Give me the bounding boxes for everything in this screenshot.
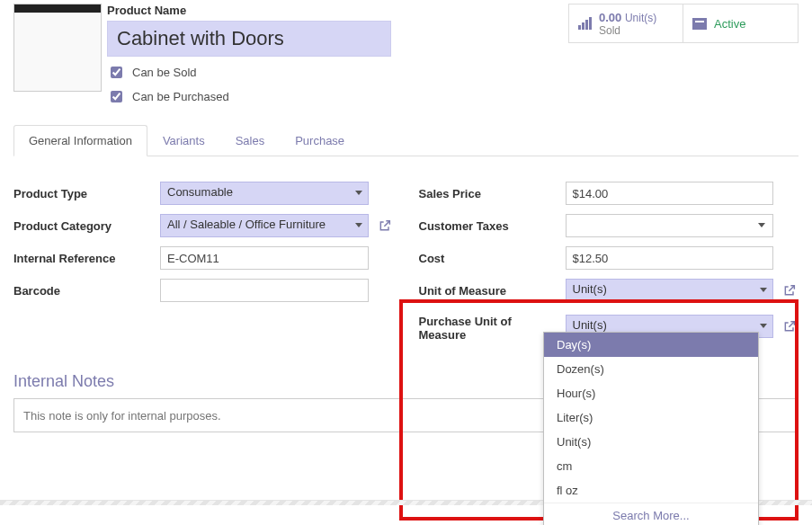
chevron-down-icon <box>758 223 765 227</box>
cost-label: Cost <box>419 252 558 265</box>
sold-value: 0.00 <box>599 11 621 24</box>
cost-input[interactable] <box>566 246 774 270</box>
chevron-down-icon <box>760 324 767 328</box>
tab-sales[interactable]: Sales <box>220 125 281 156</box>
product-name-label: Product Name <box>107 4 563 17</box>
chevron-down-icon <box>355 191 362 195</box>
puom-dropdown-menu: Day(s) Dozen(s) Hour(s) Liter(s) Unit(s)… <box>543 332 759 525</box>
external-link-icon[interactable] <box>781 317 799 335</box>
sold-unit: Unit(s) <box>625 12 656 24</box>
product-type-label: Product Type <box>13 187 153 200</box>
dropdown-search-more[interactable]: Search More... <box>544 503 758 525</box>
sales-price-label: Sales Price <box>419 187 558 200</box>
tab-bar: General Information Variants Sales Purch… <box>13 125 799 156</box>
dropdown-option[interactable]: fl oz <box>544 478 758 503</box>
sales-price-input[interactable] <box>566 182 774 205</box>
uom-select[interactable]: Unit(s) <box>566 279 774 302</box>
dropdown-option[interactable]: Hour(s) <box>544 381 758 405</box>
barcode-label: Barcode <box>13 284 153 298</box>
dropdown-option[interactable]: Unit(s) <box>544 430 758 454</box>
bar-chart-icon <box>578 17 592 30</box>
can-be-sold-checkbox[interactable] <box>111 67 122 78</box>
sold-stat-button[interactable]: 0.00 Unit(s) Sold <box>568 4 683 43</box>
chevron-down-icon <box>760 288 767 292</box>
can-be-purchased-checkbox[interactable] <box>111 91 122 102</box>
product-category-select[interactable]: All / Saleable / Office Furniture <box>160 214 369 237</box>
active-label: Active <box>714 17 745 31</box>
internal-reference-label: Internal Reference <box>13 252 153 265</box>
tab-general-information[interactable]: General Information <box>13 125 147 156</box>
customer-taxes-label: Customer Taxes <box>419 219 558 233</box>
external-link-icon[interactable] <box>781 281 799 299</box>
dropdown-option[interactable]: Day(s) <box>544 333 758 357</box>
tab-variants[interactable]: Variants <box>147 125 220 156</box>
chevron-down-icon <box>355 223 362 227</box>
external-link-icon[interactable] <box>376 217 394 235</box>
product-name-input[interactable] <box>107 21 391 57</box>
dropdown-option[interactable]: Liter(s) <box>544 405 758 430</box>
uom-label: Unit of Measure <box>419 284 558 298</box>
puom-label: Purchase Unit of Measure <box>419 311 558 342</box>
dropdown-option[interactable]: cm <box>544 454 758 478</box>
internal-reference-input[interactable] <box>160 246 369 270</box>
product-type-value: Consumable <box>167 185 233 199</box>
product-category-label: Product Category <box>13 219 153 233</box>
dropdown-option[interactable]: Dozen(s) <box>544 357 758 381</box>
customer-taxes-select[interactable] <box>566 214 774 237</box>
can-be-sold-label: Can be Sold <box>132 66 197 79</box>
product-type-select[interactable]: Consumable <box>160 182 369 205</box>
sold-label: Sold <box>599 24 656 37</box>
puom-value: Unit(s) <box>573 318 607 332</box>
product-image[interactable] <box>13 4 102 92</box>
can-be-purchased-label: Can be Purchased <box>132 90 229 103</box>
barcode-input[interactable] <box>160 279 369 302</box>
active-toggle[interactable]: Active <box>683 4 799 43</box>
uom-value: Unit(s) <box>573 282 607 296</box>
archive-icon <box>692 18 707 30</box>
tab-purchase[interactable]: Purchase <box>280 125 360 156</box>
product-category-value: All / Saleable / Office Furniture <box>167 218 326 231</box>
